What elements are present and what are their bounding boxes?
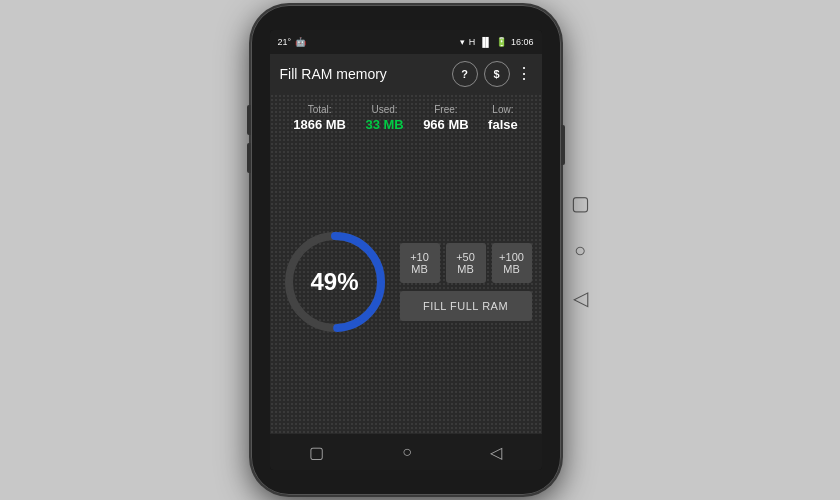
wifi-icon: ▾ xyxy=(460,37,465,47)
network-bars-icon: ▐▌ xyxy=(479,37,492,47)
stat-low-label: Low: xyxy=(488,104,518,115)
mb-buttons-row: +10 MB +50 MB +100 MB xyxy=(400,243,532,283)
main-row: 49% +10 MB +50 MB +100 MB FILL FULL RAM xyxy=(280,140,532,424)
signal-icon: H xyxy=(469,37,476,47)
external-square-icon: ▢ xyxy=(571,191,590,215)
time-display: 16:06 xyxy=(511,37,534,47)
back-button[interactable]: ◁ xyxy=(490,443,502,462)
stat-total-value: 1866 MB xyxy=(293,117,346,132)
main-content: Total: 1866 MB Used: 33 MB Free: 966 MB … xyxy=(270,94,542,434)
stat-low: Low: false xyxy=(488,104,518,132)
stat-total: Total: 1866 MB xyxy=(293,104,346,132)
gauge-percent-text: 49% xyxy=(310,268,358,296)
ram-gauge: 49% xyxy=(280,227,390,337)
external-triangle-icon: ◁ xyxy=(573,286,588,310)
add-50mb-button[interactable]: +50 MB xyxy=(446,243,486,283)
stat-free-value: 966 MB xyxy=(423,117,469,132)
buttons-column: +10 MB +50 MB +100 MB FILL FULL RAM xyxy=(400,243,532,321)
home-button[interactable]: ○ xyxy=(402,443,412,461)
stats-row: Total: 1866 MB Used: 33 MB Free: 966 MB … xyxy=(280,104,532,132)
app-title: Fill RAM memory xyxy=(280,66,387,82)
status-bar: 21° 🤖 ▾ H ▐▌ 🔋 16:06 xyxy=(270,30,542,54)
stat-low-value: false xyxy=(488,117,518,132)
android-icon: 🤖 xyxy=(295,37,306,47)
stat-used: Used: 33 MB xyxy=(365,104,403,132)
add-100mb-button[interactable]: +100 MB xyxy=(492,243,532,283)
app-bar-actions: ? $ ⋮ xyxy=(452,61,532,87)
phone-frame: 21° 🤖 ▾ H ▐▌ 🔋 16:06 Fill RAM memory ? $ xyxy=(251,5,561,495)
app-bar: Fill RAM memory ? $ ⋮ xyxy=(270,54,542,94)
volume-up-button[interactable] xyxy=(247,105,251,135)
dollar-button[interactable]: $ xyxy=(484,61,510,87)
navigation-bar: ▢ ○ ◁ xyxy=(270,434,542,470)
menu-button[interactable]: ⋮ xyxy=(516,66,532,82)
stat-free: Free: 966 MB xyxy=(423,104,469,132)
stat-used-value: 33 MB xyxy=(365,117,403,132)
phone-screen: 21° 🤖 ▾ H ▐▌ 🔋 16:06 Fill RAM memory ? $ xyxy=(270,30,542,470)
stat-total-label: Total: xyxy=(293,104,346,115)
fill-full-ram-button[interactable]: FILL FULL RAM xyxy=(400,291,532,321)
temperature-display: 21° xyxy=(278,37,292,47)
add-10mb-button[interactable]: +10 MB xyxy=(400,243,440,283)
external-circle-icon: ○ xyxy=(574,239,586,262)
external-nav-panel: ▢ ○ ◁ xyxy=(571,191,590,310)
volume-down-button[interactable] xyxy=(247,143,251,173)
battery-icon: 🔋 xyxy=(496,37,507,47)
help-button[interactable]: ? xyxy=(452,61,478,87)
stat-free-label: Free: xyxy=(423,104,469,115)
power-button[interactable] xyxy=(561,125,565,165)
recents-button[interactable]: ▢ xyxy=(309,443,324,462)
stat-used-label: Used: xyxy=(365,104,403,115)
